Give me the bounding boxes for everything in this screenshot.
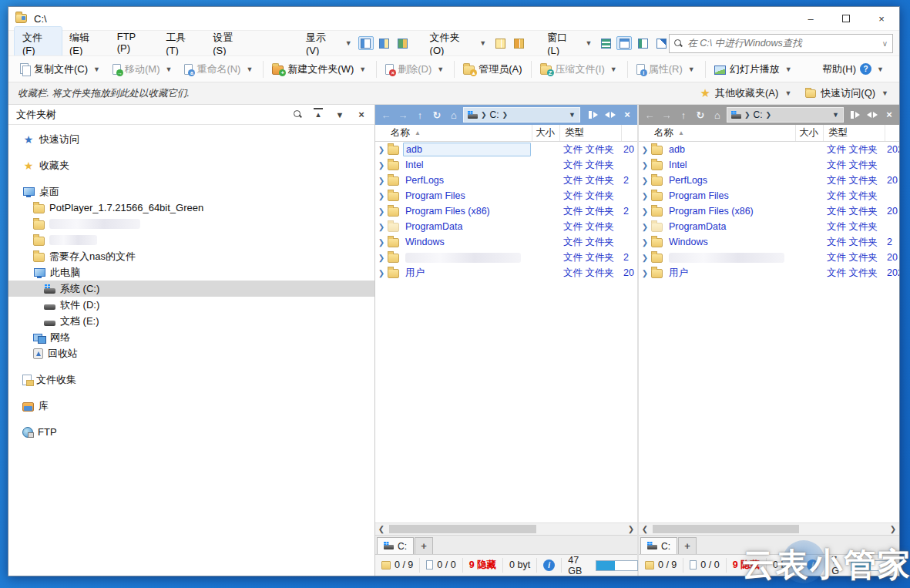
- new-tab-button[interactable]: +: [678, 537, 697, 554]
- column-header-size[interactable]: 大小: [796, 125, 824, 141]
- new-tab-button[interactable]: +: [415, 537, 433, 554]
- window-menu[interactable]: 窗口(L) ▼: [545, 31, 593, 56]
- tree-item-ftp[interactable]: FTP: [8, 424, 374, 440]
- close-pane-icon[interactable]: ×: [622, 110, 633, 119]
- display-menu[interactable]: 显示(V) ▼: [304, 31, 354, 56]
- minimize-button[interactable]: –: [793, 7, 828, 30]
- up-icon[interactable]: ↑: [676, 109, 691, 121]
- tree-item-potplayer_1-7-21566_64bit_green[interactable]: PotPlayer_1.7.21566_64bit_Green: [8, 200, 374, 216]
- win-rows-icon-button[interactable]: [598, 36, 613, 50]
- home-icon[interactable]: ⌂: [710, 109, 725, 121]
- search-input[interactable]: [687, 38, 877, 49]
- horizontal-scrollbar[interactable]: ❮❯: [375, 522, 637, 535]
- folders-dual-icon-button[interactable]: [492, 36, 508, 50]
- chevron-down-icon[interactable]: ∨: [882, 39, 888, 48]
- file-row[interactable]: ❯Intel文件 文件夹: [639, 157, 899, 173]
- back-icon[interactable]: ←: [378, 109, 394, 121]
- horizontal-scrollbar[interactable]: ❮❯: [639, 522, 899, 535]
- view-tiles-icon-button[interactable]: [377, 36, 392, 50]
- forward-icon[interactable]: →: [659, 109, 674, 121]
- file-row[interactable]: ❯Intel文件 文件夹: [375, 157, 637, 173]
- other-favorites-button[interactable]: 其他收藏夹(A): [715, 86, 778, 100]
- quick-access-button[interactable]: 快速访问(Q): [821, 86, 875, 100]
- file-row[interactable]: ❯Program Files (x86)文件 文件夹20: [639, 203, 899, 219]
- expand-chevron-icon[interactable]: ❯: [375, 176, 388, 185]
- file-row[interactable]: ❯Program Files文件 文件夹: [375, 188, 637, 203]
- split-pane-icon[interactable]: [850, 110, 861, 119]
- slideshow-button[interactable]: 幻灯片播放▼: [709, 59, 799, 79]
- expand-chevron-icon[interactable]: ❯: [639, 254, 651, 262]
- scroll-right-icon[interactable]: ❯: [625, 525, 637, 533]
- tab-drive-c[interactable]: C:: [640, 537, 677, 554]
- file-row[interactable]: ❯用户文件 文件夹20: [375, 265, 637, 281]
- expand-chevron-icon[interactable]: ❯: [639, 146, 651, 154]
- tree-item--[interactable]: 桌面: [8, 183, 374, 200]
- info-icon[interactable]: i: [543, 559, 555, 571]
- scrollbar-thumb[interactable]: [389, 525, 536, 533]
- expand-chevron-icon[interactable]: ❯: [639, 223, 651, 231]
- win-tree-icon-button[interactable]: [653, 36, 669, 50]
- tree-item--[interactable]: 文件收集: [8, 371, 374, 388]
- tree-item--e-[interactable]: 文档 (E:): [8, 313, 374, 329]
- file-row[interactable]: ❯adb文件 文件夹20: [375, 142, 637, 157]
- win-list-icon-button[interactable]: [635, 36, 650, 50]
- search-box[interactable]: ∨: [669, 34, 893, 53]
- expand-chevron-icon[interactable]: ❯: [375, 207, 388, 216]
- scroll-right-icon[interactable]: ❯: [887, 525, 899, 533]
- admin-button[interactable]: ▲管理员(A): [458, 59, 527, 79]
- tree-item--c-[interactable]: 系统 (C:): [8, 281, 374, 297]
- expand-chevron-icon[interactable]: ❯: [375, 238, 388, 247]
- file-row[interactable]: ❯Windows文件 文件夹2: [639, 234, 899, 250]
- expand-chevron-icon[interactable]: ❯: [375, 223, 388, 231]
- delete-button[interactable]: ×删除(D)▼: [380, 59, 451, 79]
- close-button[interactable]: ×: [864, 7, 899, 30]
- expand-chevron-icon[interactable]: ❯: [375, 146, 388, 154]
- tree-item--nas-[interactable]: 需要存入nas的文件: [8, 248, 374, 264]
- expand-chevron-icon[interactable]: ❯: [375, 161, 388, 170]
- file-row[interactable]: ❯文件 文件夹2: [375, 250, 637, 265]
- view-thumbs-icon-button[interactable]: [395, 36, 411, 50]
- column-header-type[interactable]: 类型: [824, 125, 885, 141]
- forward-icon[interactable]: →: [395, 109, 411, 121]
- folders-split-icon-button[interactable]: [511, 36, 526, 50]
- help-button[interactable]: 帮助(H)?▼: [822, 62, 893, 76]
- rename-button[interactable]: a重命名(N)▼: [179, 59, 260, 79]
- expand-chevron-icon[interactable]: ❯: [639, 269, 651, 277]
- refresh-icon[interactable]: ↻: [693, 109, 708, 121]
- file-row[interactable]: ❯ProgramData文件 文件夹: [375, 219, 637, 234]
- properties-button[interactable]: i属性(R)▼: [631, 59, 702, 79]
- file-row[interactable]: ❯PerfLogs文件 文件夹2: [375, 173, 637, 188]
- scrollbar-track[interactable]: [651, 523, 887, 535]
- address-breadcrumb[interactable]: ❯C:❯▼: [727, 107, 844, 123]
- tree-item--[interactable]: ★收藏夹: [8, 157, 374, 173]
- address-breadcrumb[interactable]: ❯C:❯▼: [463, 107, 580, 123]
- favorites-bar[interactable]: 收藏栏. 将文件夹拖放到此处以收藏它们. ★ 其他收藏夹(A) ▼ 快速访问(Q…: [8, 82, 899, 105]
- home-icon[interactable]: ⌂: [446, 109, 462, 121]
- copy-file-button[interactable]: 复制文件(C)▼: [15, 59, 107, 79]
- column-header-size[interactable]: 大小: [532, 125, 560, 141]
- split-pane-icon[interactable]: [588, 110, 599, 119]
- expand-chevron-icon[interactable]: ❯: [375, 254, 388, 262]
- expand-chevron-icon[interactable]: ❯: [639, 238, 651, 247]
- scroll-left-icon[interactable]: ❮: [639, 525, 651, 533]
- expand-chevron-icon[interactable]: ❯: [375, 269, 388, 277]
- tree-item--d-[interactable]: 软件 (D:): [8, 297, 374, 313]
- back-icon[interactable]: ←: [642, 109, 657, 121]
- new-folder-button[interactable]: +新建文件夹(W)▼: [267, 59, 373, 79]
- tree-item[interactable]: [8, 232, 374, 248]
- refresh-icon[interactable]: ↻: [429, 109, 445, 121]
- expand-chevron-icon[interactable]: ❯: [639, 192, 651, 200]
- file-row[interactable]: ❯ProgramData文件 文件夹: [639, 219, 899, 234]
- column-header-name[interactable]: 名称▲: [639, 125, 796, 141]
- file-row[interactable]: ❯文件 文件夹20: [639, 250, 899, 265]
- tree-item--[interactable]: 回收站: [8, 345, 374, 361]
- swap-panes-icon[interactable]: [867, 110, 878, 119]
- column-header-name[interactable]: 名称▲: [375, 125, 532, 141]
- chevron-down-icon[interactable]: ▼: [569, 111, 576, 119]
- file-row[interactable]: ❯Windows文件 文件夹: [375, 234, 637, 250]
- collapse-to-top-icon[interactable]: ▴: [313, 109, 324, 119]
- close-pane-icon[interactable]: ×: [884, 110, 895, 119]
- tree-item--[interactable]: 网络: [8, 329, 374, 345]
- expand-chevron-icon[interactable]: ❯: [639, 207, 651, 216]
- tree-item--[interactable]: ★快速访问: [8, 131, 374, 147]
